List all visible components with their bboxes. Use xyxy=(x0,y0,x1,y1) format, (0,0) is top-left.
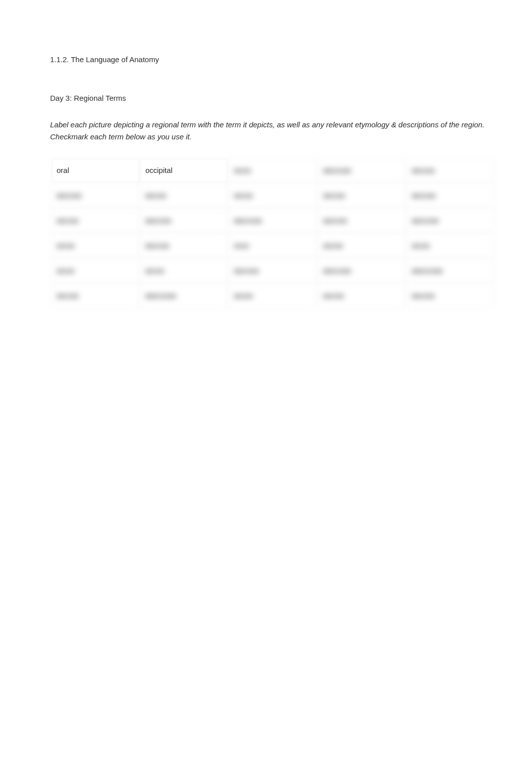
term-cell: occipital xyxy=(141,159,227,182)
term-cell xyxy=(141,184,227,207)
term-cell xyxy=(407,159,494,182)
obscured-text xyxy=(234,294,253,299)
obscured-text xyxy=(412,193,436,199)
obscured-text xyxy=(145,219,171,224)
term-cell xyxy=(319,259,405,282)
term-cell xyxy=(229,284,316,307)
obscured-text xyxy=(145,269,164,274)
term-cell xyxy=(141,259,227,282)
obscured-text xyxy=(412,294,435,299)
term-cell xyxy=(141,209,227,232)
term-cell xyxy=(407,209,494,232)
obscured-text xyxy=(412,219,439,224)
term-cell xyxy=(229,184,316,207)
term-cell xyxy=(52,284,139,307)
obscured-text xyxy=(323,269,351,274)
obscured-text xyxy=(145,193,166,199)
obscured-text xyxy=(234,168,251,173)
table-row xyxy=(52,184,494,207)
table-row xyxy=(52,284,494,307)
obscured-text xyxy=(323,244,343,249)
term-cell xyxy=(319,234,405,257)
term-cell xyxy=(52,184,139,207)
obscured-text xyxy=(323,168,351,173)
day-heading: Day 3: Regional Terms xyxy=(50,93,496,104)
term-cell xyxy=(407,184,494,207)
term-cell xyxy=(141,284,227,307)
section-heading: 1.1.2. The Language of Anatomy xyxy=(50,54,496,66)
term-cell xyxy=(229,234,316,257)
table-row xyxy=(52,234,494,257)
term-cell xyxy=(319,184,405,207)
table-row xyxy=(52,259,494,282)
term-cell xyxy=(407,259,494,282)
term-cell xyxy=(229,209,316,232)
term-cell xyxy=(319,159,405,182)
instructions-text: Label each picture depicting a regional … xyxy=(50,119,496,143)
term-cell xyxy=(407,284,494,307)
term-cell xyxy=(319,209,405,232)
obscured-text xyxy=(234,244,249,249)
document-page: 1.1.2. The Language of Anatomy Day 3: Re… xyxy=(0,0,532,309)
obscured-text xyxy=(57,294,79,299)
term-cell xyxy=(407,234,494,257)
obscured-text xyxy=(234,193,253,199)
term-cell xyxy=(229,259,316,282)
obscured-text xyxy=(412,168,435,173)
obscured-text xyxy=(323,294,344,299)
term-cell xyxy=(52,234,139,257)
term-cell xyxy=(52,209,139,232)
obscured-text xyxy=(412,244,430,249)
obscured-text xyxy=(57,219,79,224)
term-cell xyxy=(319,284,405,307)
obscured-text xyxy=(57,244,75,249)
obscured-text xyxy=(412,269,443,274)
term-cell xyxy=(52,259,139,282)
terms-table: oraloccipital xyxy=(50,157,496,309)
obscured-text xyxy=(323,193,345,199)
term-cell xyxy=(229,159,316,182)
term-cell: oral xyxy=(52,159,139,182)
table-row: oraloccipital xyxy=(52,159,494,182)
content-region: Label each picture depicting a regional … xyxy=(50,119,496,309)
obscured-text xyxy=(234,269,259,274)
table-row xyxy=(52,209,494,232)
obscured-text xyxy=(145,244,169,249)
obscured-text xyxy=(57,193,82,199)
obscured-text xyxy=(234,219,262,224)
obscured-text xyxy=(57,269,75,274)
obscured-text xyxy=(323,219,347,224)
obscured-text xyxy=(145,294,176,299)
term-cell xyxy=(141,234,227,257)
